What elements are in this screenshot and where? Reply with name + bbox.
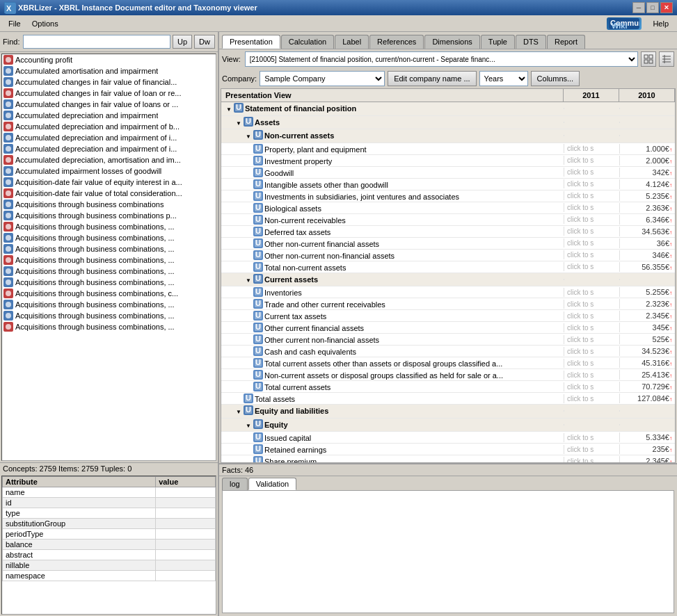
concept-item[interactable]: Acquisitions through business combinatio…	[2, 266, 216, 277]
pres-row[interactable]: U Intangible assets other than goodwillc…	[221, 179, 675, 191]
pres-value-2011[interactable]: click to s	[564, 144, 619, 153]
grid2-icon-button[interactable]	[659, 51, 674, 67]
expand-icon[interactable]: ▼	[244, 275, 253, 285]
concept-item[interactable]: Acquisitions through business combinatio…	[2, 310, 216, 321]
concept-item[interactable]: Acquisitions through business combinatio…	[2, 299, 216, 310]
pres-value-2011[interactable]: click to s	[564, 445, 619, 454]
pres-row[interactable]: U Deferred tax assetsclick to s34.563€↑	[221, 226, 675, 238]
menu-options[interactable]: Options	[26, 18, 64, 29]
bottom-tab-log[interactable]: log	[222, 478, 248, 490]
concept-item[interactable]: Accounting profit	[2, 54, 216, 65]
concept-item[interactable]: Accumulated depreciation and impairment …	[2, 121, 216, 132]
concept-item[interactable]: Accumulated depreciation and impairment …	[2, 132, 216, 143]
pres-value-2011[interactable]: click to s	[564, 156, 619, 165]
menu-help[interactable]: Help	[647, 18, 674, 29]
pres-row[interactable]: U Current tax assetsclick to s2.345€↑	[221, 310, 675, 322]
expand-icon[interactable]: ▼	[224, 105, 234, 115]
concept-item[interactable]: Acquisitions through business combinatio…	[2, 277, 216, 288]
tab-report[interactable]: Report	[547, 35, 585, 49]
pres-row[interactable]: U Issued capitalclick to s5.334€↑	[221, 432, 675, 444]
pres-value-2011[interactable]: click to s	[564, 262, 619, 271]
pres-row[interactable]: U Inventoriesclick to s5.255€↑	[221, 286, 675, 298]
expand-icon[interactable]: ▼	[234, 118, 244, 128]
expand-icon[interactable]: ▼	[244, 421, 253, 430]
concept-item[interactable]: Accumulated amortisation and impairment	[2, 65, 216, 76]
concept-item[interactable]: Acquisitions through business combinatio…	[2, 254, 216, 266]
columns-button[interactable]: Columns...	[531, 71, 580, 86]
tab-dts[interactable]: DTS	[516, 35, 546, 49]
pres-row[interactable]: U Other non-current financial assetsclic…	[221, 238, 675, 250]
pres-row[interactable]: ▼ U Equity and liabilities	[221, 405, 675, 419]
concept-item[interactable]: Accumulated changes in fair value of loa…	[2, 88, 216, 99]
concept-item[interactable]: Accumulated depreciation, amortisation a…	[2, 154, 216, 165]
pres-value-2011[interactable]: click to s	[564, 433, 619, 442]
concept-item[interactable]: Acquisition-date fair value of total con…	[2, 188, 216, 199]
bottom-tab-validation[interactable]: Validation	[248, 478, 297, 490]
grid-icon-button[interactable]	[641, 51, 656, 67]
pres-value-2011[interactable]: click to s	[564, 203, 619, 212]
close-button[interactable]: ✕	[660, 2, 673, 13]
pres-row[interactable]: U Retained earningsclick to s235€↑	[221, 444, 675, 455]
pres-value-2011[interactable]: click to s	[564, 382, 619, 391]
pres-row[interactable]: U Non-current receivablesclick to s6.346…	[221, 214, 675, 226]
pres-row[interactable]: U Goodwillclick to s342€↑	[221, 167, 675, 179]
concept-item[interactable]: Acquisition-date fair value of equity in…	[2, 177, 216, 188]
years-select[interactable]: Years	[479, 71, 528, 86]
pres-value-2011[interactable]: click to s	[564, 394, 619, 403]
expand-icon[interactable]: ▼	[234, 407, 244, 417]
concept-item[interactable]: Acquisitions through business combinatio…	[2, 321, 216, 332]
find-up-button[interactable]: Up	[173, 35, 192, 49]
pres-row[interactable]: U Biological assetsclick to s2.363€↑	[221, 202, 675, 214]
concept-item[interactable]: Acquisitions through business combinatio…	[2, 199, 216, 210]
concept-item[interactable]: Acquisitions through business combinatio…	[2, 221, 216, 232]
pres-value-2011[interactable]: click to s	[564, 300, 619, 309]
concept-item[interactable]: Accumulated depreciation and impairment …	[2, 143, 216, 154]
pres-row[interactable]: U Trade and other current receivablescli…	[221, 298, 675, 310]
pres-value-2011[interactable]: click to s	[564, 311, 619, 321]
pres-value-2011[interactable]: click to s	[564, 335, 619, 344]
pres-row[interactable]: U Other current non-financial assetsclic…	[221, 334, 675, 346]
expand-icon[interactable]: ▼	[244, 132, 253, 142]
edit-company-button[interactable]: Edit company name ...	[388, 71, 476, 86]
tab-calculation[interactable]: Calculation	[281, 35, 334, 49]
pres-value-2011[interactable]: click to s	[564, 168, 619, 177]
concept-item[interactable]: Accumulated depreciation and impairment	[2, 110, 216, 121]
view-select[interactable]: [210005] Statement of financial position…	[245, 51, 638, 67]
minimize-button[interactable]: ─	[632, 2, 645, 13]
pres-value-2011[interactable]: click to s	[564, 371, 619, 380]
tab-label[interactable]: Label	[335, 35, 369, 49]
tab-dimensions[interactable]: Dimensions	[424, 35, 479, 49]
pres-value-2011[interactable]: click to s	[564, 215, 619, 224]
concept-item[interactable]: Accumulated changes in fair value of fin…	[2, 76, 216, 88]
pres-row[interactable]: U Total assetsclick to s127.084€↑	[221, 393, 675, 405]
pres-row[interactable]: U Non-current assets or disposal groups …	[221, 369, 675, 381]
pres-row[interactable]: U Investment propertyclick to s2.000€↑	[221, 155, 675, 167]
company-select[interactable]: Sample Company	[260, 71, 385, 86]
pres-value-2011[interactable]: click to s	[564, 457, 619, 463]
pres-row[interactable]: U Other current financial assetsclick to…	[221, 322, 675, 334]
pres-row[interactable]: ▼ U Statement of financial position	[221, 102, 675, 116]
maximize-button[interactable]: □	[646, 2, 659, 13]
concept-item[interactable]: Accumulated changes in fair value of loa…	[2, 99, 216, 110]
pres-row[interactable]: U Share premiumclick to s2.345€↑	[221, 455, 675, 462]
pres-value-2011[interactable]: click to s	[564, 288, 619, 297]
pres-row[interactable]: ▼ U Equity	[221, 419, 675, 432]
pres-value-2011[interactable]: click to s	[564, 250, 619, 259]
tab-presentation[interactable]: Presentation	[222, 35, 280, 49]
pres-row[interactable]: U Property, plant and equipmentclick to …	[221, 143, 675, 155]
pres-value-2011[interactable]: click to s	[564, 179, 619, 188]
pres-value-2011[interactable]: click to s	[564, 359, 619, 368]
pres-row[interactable]: U Investments in subsidiaries, joint ven…	[221, 191, 675, 202]
concept-item[interactable]: Accumulated impairment losses of goodwil…	[2, 165, 216, 177]
pres-value-2011[interactable]: click to s	[564, 238, 619, 248]
pres-row[interactable]: U Total current assets other than assets…	[221, 357, 675, 369]
concept-item[interactable]: Acquisitions through business combinatio…	[2, 210, 216, 221]
pres-row[interactable]: ▼ U Current assets	[221, 273, 675, 287]
pres-row[interactable]: U Other non-current non-financial assets…	[221, 250, 675, 261]
menu-file[interactable]: File	[3, 18, 26, 29]
concept-item[interactable]: Acquisitions through business combinatio…	[2, 288, 216, 299]
pres-value-2011[interactable]: click to s	[564, 323, 619, 332]
pres-value-2011[interactable]: click to s	[564, 227, 619, 236]
pres-value-2011[interactable]: click to s	[564, 191, 619, 200]
pres-row[interactable]: ▼ U Assets	[221, 116, 675, 130]
